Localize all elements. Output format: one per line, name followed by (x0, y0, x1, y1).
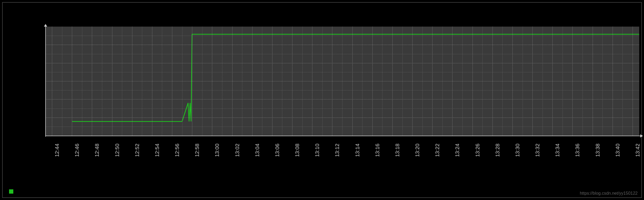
x-tick-label: 13:08 (294, 144, 300, 157)
x-tick-label: 12:50 (114, 144, 120, 157)
watermark-text: https://blog.csdn.net/yy150122 (580, 191, 638, 196)
grid-line-horizontal (45, 54, 639, 54)
x-tick-label: 13:42 (635, 144, 641, 157)
x-tick-label: 12:56 (174, 144, 180, 157)
grid-line-horizontal (45, 45, 639, 45)
x-tick-label: 13:10 (314, 144, 320, 157)
x-tick-label: 13:22 (434, 144, 441, 157)
x-tick-label: 13:36 (574, 144, 581, 157)
x-axis-arrow-icon (640, 134, 643, 138)
x-tick-label: 13:20 (414, 144, 421, 157)
legend-swatch (9, 189, 13, 194)
grid-line-horizontal (45, 36, 639, 36)
y-axis-arrow-icon (44, 24, 47, 27)
grid-line-horizontal (45, 90, 639, 90)
x-tick-label: 13:40 (615, 144, 621, 157)
x-tick-label: 12:46 (74, 144, 80, 157)
x-tick-label: 12:58 (194, 144, 200, 157)
grid-line-horizontal (45, 63, 639, 63)
grid-line-horizontal (45, 118, 639, 118)
x-tick-label: 13:34 (555, 144, 561, 157)
x-tick-label: 13:06 (274, 144, 280, 157)
x-tick-label: 13:30 (515, 144, 521, 157)
grid-line-horizontal (45, 72, 639, 72)
x-tick-label: 13:12 (334, 144, 340, 157)
x-tick-label: 12:48 (94, 144, 100, 157)
x-tick-label: 12:54 (154, 144, 160, 157)
x-tick-label: 13:32 (535, 144, 541, 157)
x-tick-label: 13:16 (374, 144, 381, 157)
y-axis (45, 26, 46, 137)
x-tick-label: 13:38 (595, 144, 601, 157)
chart-frame: 12:4412:4612:4812:5012:5212:5412:5612:58… (2, 2, 642, 198)
x-tick-label: 13:26 (475, 144, 481, 157)
x-tick-label: 13:02 (234, 144, 241, 157)
x-tick-label: 13:28 (495, 144, 501, 157)
x-tick-label: 12:44 (54, 144, 60, 157)
grid-line-horizontal (45, 109, 639, 109)
chart-plot-area (45, 27, 639, 136)
grid-line-horizontal (45, 99, 639, 99)
x-tick-label: 13:14 (354, 144, 361, 157)
x-tick-label: 13:24 (454, 144, 460, 157)
x-tick-label: 13:04 (254, 144, 260, 157)
grid-line-horizontal (45, 127, 639, 127)
x-tick-label: 12:52 (134, 144, 140, 157)
x-axis (45, 136, 641, 136)
x-tick-label: 13:00 (214, 144, 220, 157)
grid-line-horizontal (45, 81, 639, 81)
x-tick-label: 13:18 (394, 144, 401, 157)
